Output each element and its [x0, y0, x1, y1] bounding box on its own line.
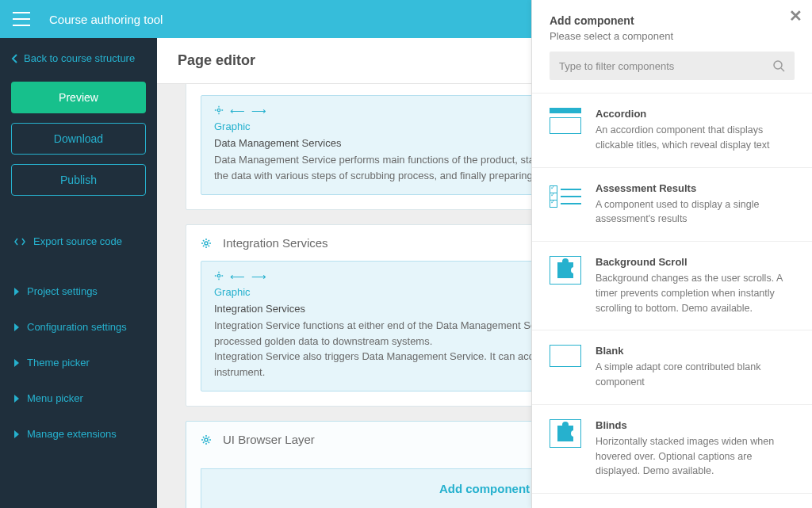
add-component-panel: ✕ Add component Please select a componen… — [531, 0, 812, 508]
sidebar-item-label: Project settings — [27, 285, 98, 297]
sidebar-item-configuration-settings[interactable]: Configuration settings — [11, 313, 146, 341]
results-icon — [550, 182, 581, 211]
preview-button[interactable]: Preview — [11, 82, 146, 113]
svg-point-4 — [205, 438, 208, 441]
component-name: Assessment Results — [596, 182, 795, 194]
caret-right-icon — [14, 359, 19, 367]
app-title: Course authoring tool — [49, 13, 163, 26]
back-label: Back to course structure — [24, 52, 135, 64]
component-filter-input[interactable] — [559, 60, 772, 72]
component-desc: Background changes as the user scrolls. … — [596, 271, 795, 315]
search-icon — [772, 59, 785, 72]
sidebar-item-manage-extensions[interactable]: Manage extensions — [11, 420, 146, 448]
component-desc: A simple adapt core contributed blank co… — [596, 360, 795, 390]
sidebar-item-project-settings[interactable]: Project settings — [11, 277, 146, 305]
panel-title: Add component — [550, 14, 795, 27]
sidebar-item-label: Menu picker — [27, 392, 83, 404]
arrow-left-icon[interactable]: ⟵ — [230, 105, 245, 117]
component-desc: A component used to display a single ass… — [596, 197, 795, 227]
close-icon[interactable]: ✕ — [789, 6, 802, 25]
component-item-clickandlearn[interactable]: ClickAndLearn Click and Learn Template d… — [532, 494, 812, 508]
component-name: Blank — [596, 345, 795, 357]
svg-point-2 — [205, 242, 208, 245]
component-name: Background Scroll — [596, 256, 795, 268]
chevron-left-icon — [11, 54, 19, 63]
gear-icon[interactable] — [201, 238, 212, 249]
component-item-blinds[interactable]: Blinds Horizontally stacked images widen… — [532, 405, 812, 494]
component-name: Blinds — [596, 419, 795, 431]
component-name: Accordion — [596, 108, 795, 120]
svg-point-3 — [217, 274, 220, 277]
sidebar-item-theme-picker[interactable]: Theme picker — [11, 349, 146, 376]
component-list: Accordion An accordion component that di… — [532, 93, 812, 508]
download-button[interactable]: Download — [11, 123, 146, 155]
accordion-icon — [550, 108, 581, 136]
sidebar-item-label: Manage extensions — [27, 428, 117, 440]
puzzle-icon — [550, 419, 581, 448]
sidebar-item-label: Configuration settings — [27, 321, 127, 333]
component-desc: An accordion component that displays cli… — [596, 123, 795, 153]
component-item-background-scroll[interactable]: Background Scroll Background changes as … — [532, 242, 812, 330]
arrow-right-icon[interactable]: ⟶ — [251, 271, 266, 283]
sidebar: Back to course structure Preview Downloa… — [0, 38, 157, 508]
component-item-accordion[interactable]: Accordion An accordion component that di… — [532, 94, 812, 168]
export-source-code-link[interactable]: Export source code — [11, 227, 146, 255]
block-title: Integration Services — [223, 236, 328, 250]
arrow-right-icon[interactable]: ⟶ — [251, 105, 266, 117]
sidebar-item-label: Theme picker — [27, 357, 90, 369]
caret-right-icon — [14, 288, 19, 296]
svg-point-6 — [774, 61, 782, 69]
component-desc: Horizontally stacked images widen when h… — [596, 434, 795, 479]
svg-line-7 — [781, 68, 784, 71]
panel-subtitle: Please select a component — [550, 30, 795, 42]
svg-point-1 — [217, 109, 220, 111]
gear-icon[interactable] — [214, 105, 224, 117]
caret-right-icon — [14, 323, 19, 331]
gear-icon[interactable] — [214, 271, 224, 283]
caret-right-icon — [14, 430, 19, 438]
back-to-course-link[interactable]: Back to course structure — [11, 52, 146, 64]
sidebar-item-menu-picker[interactable]: Menu picker — [11, 384, 146, 412]
hamburger-menu-icon[interactable] — [13, 12, 30, 26]
arrow-left-icon[interactable]: ⟵ — [230, 271, 245, 283]
component-item-assessment-results[interactable]: Assessment Results A component used to d… — [532, 168, 812, 243]
search-wrap — [550, 52, 795, 80]
puzzle-icon — [550, 256, 581, 285]
code-icon — [14, 237, 25, 246]
component-item-blank[interactable]: Blank A simple adapt core contributed bl… — [532, 330, 812, 405]
caret-right-icon — [14, 395, 19, 403]
gear-icon[interactable] — [201, 434, 212, 445]
export-label: Export source code — [33, 235, 122, 247]
block-title: UI Browser Layer — [223, 433, 315, 446]
publish-button[interactable]: Publish — [11, 164, 146, 196]
blank-icon — [550, 345, 581, 367]
